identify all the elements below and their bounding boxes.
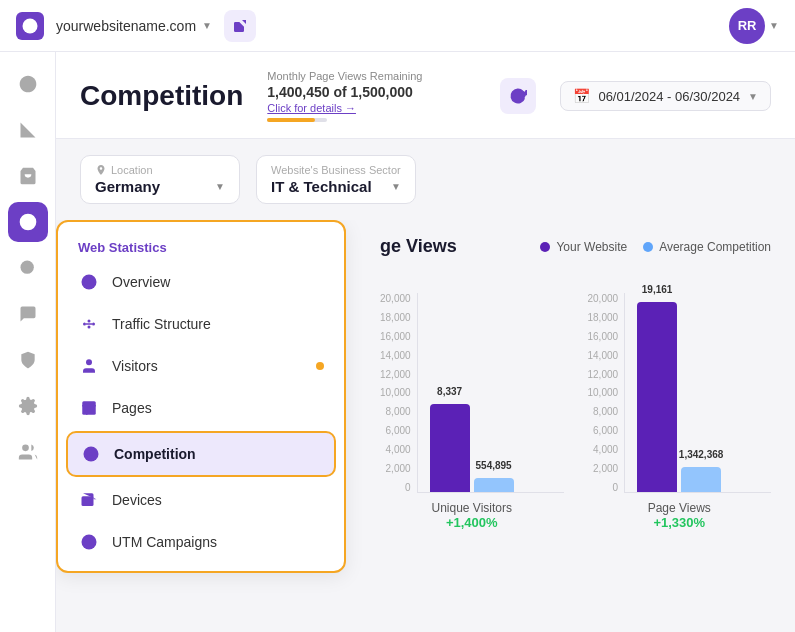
bar-label-avg-1: 554,895 <box>476 460 512 471</box>
bar-your-website-2: 19,161 <box>637 302 677 492</box>
sector-value: IT & Technical <box>271 178 372 195</box>
y-tick: 4,000 <box>386 444 411 455</box>
chart-title: ge Views <box>380 236 457 257</box>
menu-item-visitors[interactable]: Visitors <box>58 345 344 387</box>
menu-item-overview[interactable]: Overview <box>58 261 344 303</box>
y-tick: 14,000 <box>380 350 411 361</box>
menu-item-utm-label: UTM Campaigns <box>112 534 217 550</box>
y-tick: 18,000 <box>380 312 411 323</box>
y-tick: 8,000 <box>386 406 411 417</box>
legend-avg-competition-dot <box>643 242 653 252</box>
chart-x-label-1: Unique Visitors <box>380 501 564 515</box>
svg-point-22 <box>90 453 93 456</box>
traffic-icon <box>78 313 100 335</box>
bar-group-1: 8,337 554,895 <box>430 404 514 492</box>
svg-point-4 <box>26 220 29 223</box>
chart-x-label-2: Page Views <box>588 501 772 515</box>
chart-growth-1: +1,400% <box>380 515 564 530</box>
y-tick: 6,000 <box>593 425 618 436</box>
page-views-value: 1,400,450 of 1,500,000 <box>267 84 422 100</box>
sector-label: Website's Business Sector <box>271 164 401 176</box>
y-tick: 8,000 <box>593 406 618 417</box>
sidebar-item-ecommerce[interactable] <box>8 156 48 196</box>
page-views-label: Monthly Page Views Remaining <box>267 70 422 82</box>
y-tick: 4,000 <box>593 444 618 455</box>
y-tick: 16,000 <box>380 331 411 342</box>
date-range-chevron-icon: ▼ <box>748 91 758 102</box>
external-link-button[interactable] <box>224 10 256 42</box>
svg-point-14 <box>88 320 91 323</box>
menu-item-competition[interactable]: Competition <box>66 431 336 477</box>
y-tick: 20,000 <box>380 293 411 304</box>
pages-icon <box>78 397 100 419</box>
competition-icon <box>80 443 102 465</box>
chart-footer-2: Page Views +1,330% <box>588 501 772 530</box>
location-filter[interactable]: Location Germany ▼ <box>80 155 240 204</box>
menu-item-traffic[interactable]: Traffic Structure <box>58 303 344 345</box>
menu-item-utm[interactable]: UTM Campaigns <box>58 521 344 563</box>
page-views-bar <box>267 118 327 122</box>
menu-item-devices[interactable]: Devices <box>58 479 344 521</box>
domain-name: yourwebsitename.com <box>56 18 196 34</box>
y-tick: 10,000 <box>588 387 619 398</box>
bar-avg-2: 1,342,368 <box>681 467 721 492</box>
avatar-group[interactable]: RR ▼ <box>729 8 779 44</box>
chart-unique-visitors: 20,000 18,000 16,000 14,000 12,000 10,00… <box>380 273 564 530</box>
menu-item-overview-label: Overview <box>112 274 170 290</box>
menu-item-pages[interactable]: Pages <box>58 387 344 429</box>
svg-point-12 <box>92 323 95 326</box>
visitors-badge <box>316 362 324 370</box>
bars-area-1: 8,337 554,895 <box>417 293 564 493</box>
avatar-chevron-icon: ▼ <box>769 20 779 31</box>
sector-filter[interactable]: Website's Business Sector IT & Technical… <box>256 155 416 204</box>
sidebar-item-competition[interactable] <box>8 202 48 242</box>
page-title: Competition <box>80 80 243 112</box>
location-label-text: Location <box>111 164 153 176</box>
location-value: Germany <box>95 178 160 195</box>
main-content: Competition Monthly Page Views Remaining… <box>56 52 795 632</box>
svg-rect-23 <box>82 496 94 506</box>
overview-icon <box>78 271 100 293</box>
charts-wrapper: 20,000 18,000 16,000 14,000 12,000 10,00… <box>380 273 771 530</box>
calendar-icon: 📅 <box>573 88 590 104</box>
avatar[interactable]: RR <box>729 8 765 44</box>
svg-point-5 <box>20 261 33 274</box>
bar-label-your-2: 19,161 <box>642 284 673 295</box>
page-header: Competition Monthly Page Views Remaining… <box>56 52 795 139</box>
menu-item-traffic-label: Traffic Structure <box>112 316 211 332</box>
sidebar-item-chat[interactable] <box>8 294 48 334</box>
y-tick: 0 <box>405 482 411 493</box>
sidebar-item-analytics[interactable] <box>8 110 48 150</box>
refresh-button[interactable] <box>500 78 536 114</box>
y-tick: 2,000 <box>386 463 411 474</box>
svg-point-16 <box>86 359 92 365</box>
date-range-picker[interactable]: 📅 06/01/2024 - 06/30/2024 ▼ <box>560 81 771 111</box>
svg-point-10 <box>88 281 91 284</box>
sector-value-row: IT & Technical ▼ <box>271 178 401 195</box>
layout: Competition Monthly Page Views Remaining… <box>0 52 795 632</box>
legend-your-website: Your Website <box>540 240 627 254</box>
chart-header: ge Views Your Website Average Competitio… <box>380 236 771 257</box>
legend-avg-competition-label: Average Competition <box>659 240 771 254</box>
y-axis-1: 20,000 18,000 16,000 14,000 12,000 10,00… <box>380 293 417 493</box>
sidebar-item-security[interactable] <box>8 340 48 380</box>
svg-point-11 <box>83 323 86 326</box>
sidebar-item-seo[interactable] <box>8 248 48 288</box>
content-area: Web Statistics Overview Traffic Structur… <box>56 220 795 632</box>
y-tick: 0 <box>613 482 619 493</box>
sidebar-item-users[interactable] <box>8 432 48 472</box>
page-views-fill <box>267 118 315 122</box>
sidebar-item-settings[interactable] <box>8 386 48 426</box>
y-tick: 12,000 <box>588 369 619 380</box>
page-views-link[interactable]: Click for details → <box>267 102 422 114</box>
visitors-icon <box>78 355 100 377</box>
legend-avg-competition: Average Competition <box>643 240 771 254</box>
domain-selector[interactable]: yourwebsitename.com ▼ <box>56 18 212 34</box>
sidebar-item-home[interactable] <box>8 64 48 104</box>
bars-area-2: 19,161 1,342,368 <box>624 293 771 493</box>
svg-rect-17 <box>82 401 96 415</box>
y-tick: 6,000 <box>386 425 411 436</box>
location-value-row: Germany ▼ <box>95 178 225 195</box>
svg-point-7 <box>22 445 29 452</box>
chart-legend: Your Website Average Competition <box>540 240 771 254</box>
